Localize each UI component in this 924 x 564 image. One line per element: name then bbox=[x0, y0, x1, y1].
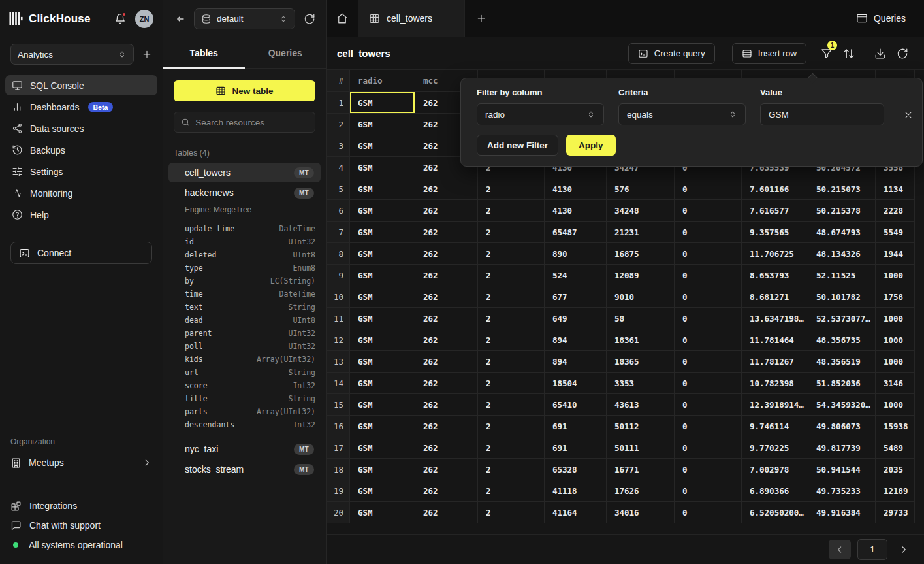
table-cell[interactable]: 262 bbox=[415, 329, 478, 351]
table-cell[interactable]: GSM bbox=[350, 200, 415, 222]
table-cell[interactable]: 0 bbox=[675, 329, 742, 351]
row-number-cell[interactable]: 13 bbox=[327, 351, 350, 373]
row-number-cell[interactable]: 20 bbox=[327, 502, 350, 523]
table-cell[interactable]: 50.941544 bbox=[808, 459, 876, 480]
table-cell[interactable]: 0 bbox=[675, 222, 742, 243]
table-cell[interactable]: GSM bbox=[350, 157, 415, 178]
table-cell[interactable]: 1000 bbox=[876, 265, 915, 286]
row-number-cell[interactable]: 10 bbox=[327, 286, 350, 308]
table-cell[interactable]: 2035 bbox=[876, 459, 915, 480]
page-number[interactable]: 1 bbox=[857, 539, 887, 560]
table-cell[interactable]: 21231 bbox=[607, 222, 675, 243]
sidebar-item-settings[interactable]: Settings bbox=[5, 161, 157, 182]
table-item-hackernews[interactable]: hackernews MT bbox=[168, 183, 321, 203]
table-cell[interactable]: 2 bbox=[478, 200, 545, 222]
table-cell[interactable]: 10.782398 bbox=[742, 373, 808, 394]
table-cell[interactable]: 2 bbox=[478, 265, 545, 286]
row-number-cell[interactable]: 6 bbox=[327, 200, 350, 222]
table-cell[interactable]: GSM bbox=[350, 178, 415, 200]
table-cell[interactable]: 0 bbox=[675, 480, 742, 502]
table-cell[interactable]: 50112 bbox=[607, 416, 675, 437]
table-cell[interactable]: 890 bbox=[545, 243, 607, 265]
table-cell[interactable]: 7.601166 bbox=[742, 178, 808, 200]
table-cell[interactable]: 691 bbox=[545, 416, 607, 437]
table-cell[interactable]: 51.852036 bbox=[808, 373, 876, 394]
table-cell[interactable]: 49.735233 bbox=[808, 480, 876, 502]
table-cell[interactable]: 1000 bbox=[876, 351, 915, 373]
table-cell[interactable]: 8.681271 bbox=[742, 286, 808, 308]
table-cell[interactable]: 2 bbox=[478, 222, 545, 243]
table-cell[interactable]: GSM bbox=[350, 265, 415, 286]
row-number-cell[interactable]: 15 bbox=[327, 394, 350, 416]
table-item-nyc-taxi[interactable]: nyc_taxi MT bbox=[168, 439, 321, 459]
table-cell[interactable]: 0 bbox=[675, 502, 742, 523]
table-cell[interactable]: 2 bbox=[478, 308, 545, 329]
table-cell[interactable]: 0 bbox=[675, 459, 742, 480]
table-cell[interactable]: 262 bbox=[415, 394, 478, 416]
new-table-button[interactable]: New table bbox=[174, 80, 315, 101]
table-cell[interactable]: 1000 bbox=[876, 329, 915, 351]
table-cell[interactable]: 2 bbox=[478, 437, 545, 459]
table-cell[interactable]: 262 bbox=[415, 459, 478, 480]
table-cell[interactable]: GSM bbox=[350, 351, 415, 373]
row-number-cell[interactable]: 5 bbox=[327, 178, 350, 200]
table-cell[interactable]: 262 bbox=[415, 437, 478, 459]
table-cell[interactable]: GSM bbox=[350, 502, 415, 523]
table-cell[interactable]: 65410 bbox=[545, 394, 607, 416]
table-cell[interactable]: 2 bbox=[478, 178, 545, 200]
table-cell[interactable]: 3146 bbox=[876, 373, 915, 394]
avatar[interactable]: ZN bbox=[135, 10, 153, 28]
table-cell[interactable]: 11.706725 bbox=[742, 243, 808, 265]
column-header[interactable]: # bbox=[327, 70, 350, 92]
table-cell[interactable]: GSM bbox=[350, 243, 415, 265]
selected-table-cell[interactable]: GSM bbox=[350, 92, 415, 114]
row-number-cell[interactable]: 4 bbox=[327, 157, 350, 178]
table-cell[interactable]: 262 bbox=[415, 200, 478, 222]
system-status-link[interactable]: All systems operational bbox=[0, 535, 163, 555]
table-cell[interactable]: 262 bbox=[415, 243, 478, 265]
table-cell[interactable]: 2 bbox=[478, 373, 545, 394]
table-cell[interactable]: 6.890366 bbox=[742, 480, 808, 502]
row-number-cell[interactable]: 3 bbox=[327, 135, 350, 157]
table-cell[interactable]: 894 bbox=[545, 351, 607, 373]
table-cell[interactable]: 524 bbox=[545, 265, 607, 286]
integrations-link[interactable]: Integrations bbox=[0, 496, 163, 516]
table-cell[interactable]: 2 bbox=[478, 351, 545, 373]
table-cell[interactable]: 1134 bbox=[876, 178, 915, 200]
sidebar-item-dashboards[interactable]: Dashboards Beta bbox=[5, 97, 157, 117]
table-cell[interactable]: 2 bbox=[478, 502, 545, 523]
table-cell[interactable]: 2 bbox=[478, 480, 545, 502]
tab-queries[interactable]: Queries bbox=[245, 37, 327, 68]
table-item-stocks-stream[interactable]: stocks_stream MT bbox=[168, 459, 321, 479]
table-cell[interactable]: 262 bbox=[415, 502, 478, 523]
row-number-cell[interactable]: 9 bbox=[327, 265, 350, 286]
table-cell[interactable]: GSM bbox=[350, 308, 415, 329]
table-cell[interactable]: 0 bbox=[675, 243, 742, 265]
table-cell[interactable]: 262 bbox=[415, 286, 478, 308]
table-cell[interactable]: 50111 bbox=[607, 437, 675, 459]
table-cell[interactable]: 0 bbox=[675, 200, 742, 222]
sidebar-item-backups[interactable]: Backups bbox=[5, 140, 157, 160]
table-cell[interactable]: 4130 bbox=[545, 178, 607, 200]
table-cell[interactable]: 58 bbox=[607, 308, 675, 329]
table-cell[interactable]: 34016 bbox=[607, 502, 675, 523]
table-cell[interactable]: 1000 bbox=[876, 394, 915, 416]
table-cell[interactable]: 2 bbox=[478, 286, 545, 308]
table-cell[interactable]: 49.806073 bbox=[808, 416, 876, 437]
table-cell[interactable]: 2 bbox=[478, 394, 545, 416]
row-number-cell[interactable]: 7 bbox=[327, 222, 350, 243]
table-cell[interactable]: 18361 bbox=[607, 329, 675, 351]
table-cell[interactable]: 262 bbox=[415, 373, 478, 394]
table-cell[interactable]: 0 bbox=[675, 265, 742, 286]
tab-cell-towers[interactable]: cell_towers bbox=[358, 0, 465, 37]
table-cell[interactable]: 5549 bbox=[876, 222, 915, 243]
table-cell[interactable]: 48.356735 bbox=[808, 329, 876, 351]
table-cell[interactable]: 9010 bbox=[607, 286, 675, 308]
add-workspace-button[interactable] bbox=[142, 49, 152, 59]
table-cell[interactable]: GSM bbox=[350, 114, 415, 135]
table-cell[interactable]: 262 bbox=[415, 480, 478, 502]
table-cell[interactable]: 13.6347198… bbox=[742, 308, 808, 329]
table-cell[interactable]: GSM bbox=[350, 437, 415, 459]
sidebar-item-data-sources[interactable]: Data sources bbox=[5, 118, 157, 139]
table-cell[interactable]: 4130 bbox=[545, 200, 607, 222]
